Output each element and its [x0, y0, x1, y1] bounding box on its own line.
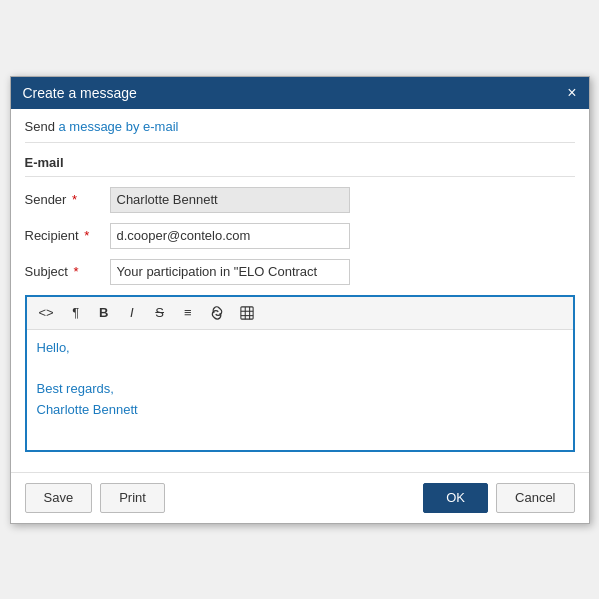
- dialog-footer: Save Print OK Cancel: [11, 472, 589, 523]
- sender-required: *: [68, 192, 77, 207]
- print-button[interactable]: Print: [100, 483, 165, 513]
- code-button[interactable]: <>: [33, 301, 60, 325]
- subject-required: *: [70, 264, 79, 279]
- link-button[interactable]: [204, 301, 230, 325]
- sender-row: Sender *: [25, 187, 575, 213]
- strikethrough-button[interactable]: S: [148, 301, 172, 325]
- dialog-header: Create a message ×: [11, 77, 589, 109]
- editor-line1: Hello,: [37, 340, 70, 355]
- close-button[interactable]: ×: [567, 85, 576, 101]
- dialog-body: Send a message by e-mail E-mail Sender *…: [11, 109, 589, 472]
- ok-button[interactable]: OK: [423, 483, 488, 513]
- recipient-required: *: [81, 228, 90, 243]
- recipient-input[interactable]: [110, 223, 350, 249]
- subtitle-prefix: Send: [25, 119, 59, 134]
- subject-row: Subject *: [25, 259, 575, 285]
- subtitle-link[interactable]: a message by e-mail: [58, 119, 178, 134]
- svg-rect-0: [241, 306, 253, 318]
- italic-button[interactable]: I: [120, 301, 144, 325]
- table-button[interactable]: [234, 301, 260, 325]
- email-editor: <> ¶ B I S ≡: [25, 295, 575, 452]
- editor-content[interactable]: Hello, Best regards, Charlotte Bennett: [27, 330, 573, 450]
- subtitle: Send a message by e-mail: [25, 119, 575, 143]
- section-title: E-mail: [25, 155, 575, 177]
- paragraph-button[interactable]: ¶: [64, 301, 88, 325]
- subject-label: Subject *: [25, 264, 110, 279]
- subject-input[interactable]: [110, 259, 350, 285]
- recipient-label: Recipient *: [25, 228, 110, 243]
- recipient-row: Recipient *: [25, 223, 575, 249]
- save-button[interactable]: Save: [25, 483, 93, 513]
- sender-label: Sender *: [25, 192, 110, 207]
- bold-button[interactable]: B: [92, 301, 116, 325]
- sender-input[interactable]: [110, 187, 350, 213]
- editor-line3: Best regards,: [37, 381, 114, 396]
- dialog-title: Create a message: [23, 85, 137, 101]
- list-button[interactable]: ≡: [176, 301, 200, 325]
- footer-left-buttons: Save Print: [25, 483, 416, 513]
- editor-toolbar: <> ¶ B I S ≡: [27, 297, 573, 330]
- create-message-dialog: Create a message × Send a message by e-m…: [10, 76, 590, 524]
- editor-line4: Charlotte Bennett: [37, 402, 138, 417]
- cancel-button[interactable]: Cancel: [496, 483, 574, 513]
